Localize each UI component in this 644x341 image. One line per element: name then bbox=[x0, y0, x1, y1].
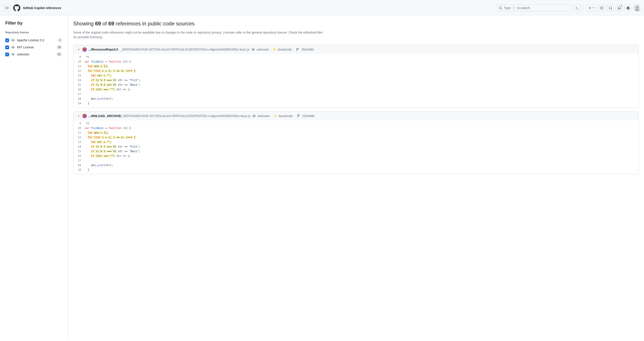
filter-sidebar: Filter by Repository license Apache Lice… bbox=[0, 15, 68, 341]
code-line: 15 if (i % 5 === 0) str += "Buzz"; bbox=[74, 149, 638, 154]
line-number: 13 bbox=[74, 73, 84, 78]
line-number: 19 bbox=[74, 168, 84, 172]
line-number: 16 bbox=[74, 154, 84, 158]
terminal-icon bbox=[575, 6, 579, 10]
result-card: ...WNLOAD_ARCHIVE/_REPOS/ARCHIVE-OCT/DS-… bbox=[73, 111, 639, 174]
law-icon bbox=[11, 46, 15, 49]
law-icon bbox=[252, 114, 256, 118]
chevron-down-icon bbox=[77, 114, 80, 118]
line-number: 16 bbox=[74, 87, 84, 92]
notification-dot-icon bbox=[620, 5, 622, 7]
line-number: 18 bbox=[74, 163, 84, 168]
search-slash-key: / bbox=[512, 6, 515, 10]
code-line: 13 let str = ""; bbox=[74, 73, 638, 78]
line-number: 11 bbox=[74, 131, 84, 135]
license-filter-row[interactable]: Apache License 2.0 2 bbox=[5, 37, 62, 44]
plus-icon bbox=[588, 6, 592, 10]
expand-toggle[interactable] bbox=[77, 114, 80, 118]
line-number: 17 bbox=[74, 92, 84, 97]
search-box[interactable]: Type / to search bbox=[496, 5, 571, 12]
license-text: unknown bbox=[257, 48, 269, 51]
law-icon bbox=[11, 53, 15, 56]
branch-text[interactable]: 252eddd bbox=[302, 114, 314, 118]
line-number: 9 bbox=[74, 55, 84, 59]
code-line: 18 ans.push(str); bbox=[74, 163, 638, 168]
line-number: 14 bbox=[74, 78, 84, 83]
results-heading: Showing 69 of 69 references in public co… bbox=[73, 21, 639, 27]
github-mark-icon bbox=[13, 5, 20, 12]
license-filter-row[interactable]: MIT License 16 bbox=[5, 44, 62, 51]
result-path[interactable]: ...lResourceRepo3.0 · _REPOS/ARCHIVE-OCT… bbox=[88, 48, 250, 51]
code-line: 19 } bbox=[74, 168, 638, 172]
create-new-button[interactable] bbox=[586, 5, 596, 12]
repo-owner-avatar[interactable] bbox=[82, 47, 87, 52]
code-snippet: 9 */10var fizzBuzz = function (n) {11 le… bbox=[74, 120, 638, 174]
hamburger-menu[interactable] bbox=[4, 5, 10, 12]
result-card: ...lResourceRepo3.0 · _REPOS/ARCHIVE-OCT… bbox=[73, 45, 639, 108]
svg-point-1 bbox=[601, 8, 602, 9]
line-number: 17 bbox=[74, 158, 84, 163]
code-line: 16 if (str === "") str += i; bbox=[74, 154, 638, 158]
line-number: 15 bbox=[74, 83, 84, 87]
pull-requests-button[interactable] bbox=[607, 5, 614, 12]
copilot-button[interactable] bbox=[624, 5, 632, 12]
code-line: 17 bbox=[74, 92, 638, 97]
code-line: 14 if (i % 3 === 0) str += "Fizz"; bbox=[74, 78, 638, 83]
line-number: 10 bbox=[74, 59, 84, 64]
language-dot-icon bbox=[274, 48, 276, 51]
line-number: 14 bbox=[74, 144, 84, 149]
result-header[interactable]: ...WNLOAD_ARCHIVE/_REPOS/ARCHIVE-OCT/DS-… bbox=[74, 112, 638, 120]
filter-label: MIT License bbox=[17, 46, 54, 49]
repo-owner-avatar[interactable] bbox=[82, 114, 87, 118]
law-icon bbox=[252, 48, 255, 51]
issues-button[interactable] bbox=[598, 5, 605, 12]
code-line: 10var fizzBuzz = function (n) { bbox=[74, 59, 638, 64]
issue-icon bbox=[600, 6, 604, 10]
code-line: 9 */ bbox=[74, 55, 638, 59]
inbox-icon bbox=[618, 6, 621, 10]
filter-count-badge: 16 bbox=[56, 45, 62, 50]
github-logo[interactable] bbox=[13, 5, 20, 12]
branch-text[interactable]: 252eddd bbox=[302, 48, 314, 51]
search-placeholder-post: to search bbox=[517, 6, 530, 10]
command-palette-button[interactable] bbox=[574, 5, 581, 12]
page-title: GitHub Copilot references bbox=[23, 6, 61, 10]
language-text: JavaScript bbox=[278, 48, 292, 51]
result-header[interactable]: ...lResourceRepo3.0 · _REPOS/ARCHIVE-OCT… bbox=[74, 45, 638, 54]
line-number: 12 bbox=[74, 69, 84, 73]
caret-down-icon bbox=[592, 7, 594, 9]
notifications-button[interactable] bbox=[616, 5, 623, 12]
main-content: Showing 69 of 69 references in public co… bbox=[68, 15, 644, 341]
result-path[interactable]: ...WNLOAD_ARCHIVE/_REPOS/ARCHIVE-OCT/DS-… bbox=[88, 114, 250, 118]
code-line: 15 if (i % 5 === 0) str += "Buzz"; bbox=[74, 83, 638, 87]
code-line: 12 for (let i = 1; i <= n; i++) { bbox=[74, 135, 638, 140]
language-text: JavaScript bbox=[278, 114, 293, 118]
user-avatar[interactable] bbox=[634, 5, 640, 12]
line-number: 18 bbox=[74, 97, 84, 101]
code-line: 11 let ans = []; bbox=[74, 64, 638, 69]
filter-count-badge: 51 bbox=[56, 52, 62, 57]
search-placeholder-pre: Type bbox=[504, 6, 511, 10]
search-icon bbox=[499, 6, 502, 10]
global-header: GitHub Copilot references Type / to sear… bbox=[0, 1, 644, 15]
code-line: 13 let str = ""; bbox=[74, 140, 638, 144]
license-text: unknown bbox=[258, 114, 270, 118]
filter-section-title: Repository license bbox=[5, 31, 62, 34]
line-number: 9 bbox=[74, 121, 84, 126]
line-number: 10 bbox=[74, 126, 84, 131]
header-actions bbox=[574, 5, 640, 12]
checkbox-checked[interactable] bbox=[5, 53, 9, 56]
filter-label: unknown bbox=[17, 53, 54, 56]
line-number: 19 bbox=[74, 101, 84, 106]
copilot-icon bbox=[626, 6, 630, 10]
code-snippet: 9 */10var fizzBuzz = function (n) {11 le… bbox=[74, 54, 638, 108]
results-description: Some of the original code references mig… bbox=[73, 30, 323, 40]
code-line: 18 ans.push(str); bbox=[74, 97, 638, 101]
license-filter-row[interactable]: unknown 51 bbox=[5, 51, 62, 58]
expand-toggle[interactable] bbox=[77, 48, 80, 51]
code-line: 16 if (str === "") str += i; bbox=[74, 87, 638, 92]
filter-label: Apache License 2.0 bbox=[17, 39, 55, 42]
checkbox-checked[interactable] bbox=[5, 39, 9, 42]
code-line: 12 for (let i = 1; i <= n; i++) { bbox=[74, 69, 638, 73]
checkbox-checked[interactable] bbox=[5, 46, 9, 49]
